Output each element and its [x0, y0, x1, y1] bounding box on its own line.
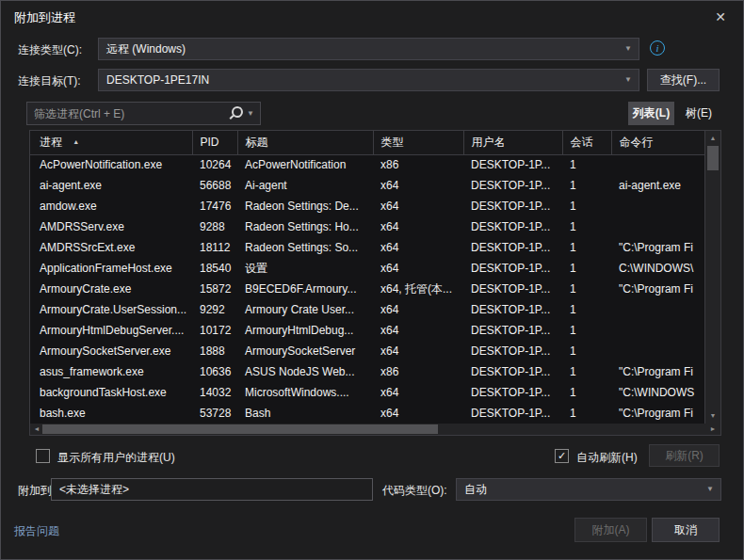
cell-process: asus_framework.exe [30, 361, 192, 382]
filter-process-box: ▼ [26, 102, 261, 125]
table-row[interactable]: amdow.exe17476Radeon Settings: De...x64D… [30, 196, 704, 216]
search-icon[interactable] [232, 106, 243, 118]
chevron-down-icon[interactable]: ▼ [247, 109, 254, 118]
connection-type-value: 远程 (Windows) [106, 41, 186, 57]
cell-type: x64 [373, 299, 463, 320]
cell-user: DESKTOP-1P... [463, 299, 562, 320]
table-row[interactable]: backgroundTaskHost.exe14032MicrosoftWind… [30, 382, 704, 403]
cell-user: DESKTOP-1P... [463, 237, 562, 258]
column-header-title[interactable]: 标题 [237, 131, 373, 154]
cell-pid: 10172 [192, 320, 237, 341]
cell-pid: 56688 [192, 175, 237, 196]
tree-view-button[interactable]: 树(E) [678, 102, 720, 125]
attach-to-value: <未选择进程> [59, 482, 129, 498]
scroll-right-icon[interactable]: ► [707, 424, 719, 435]
column-header-pid[interactable]: PID [192, 131, 237, 154]
chevron-down-icon: ▼ [624, 76, 632, 84]
cell-title: B9ECED6F.Armoury... [237, 279, 373, 299]
horizontal-scrollbar[interactable]: ◄ ► [30, 424, 720, 435]
cell-title: ArmouryHtmlDebug... [237, 320, 373, 341]
cell-cmdline [611, 216, 704, 237]
cell-title: 设置 [237, 258, 373, 279]
code-type-select[interactable]: 自动 ▼ [456, 478, 721, 501]
cell-type: x64 [373, 320, 463, 341]
table-row[interactable]: bash.exe53728Bashx64DESKTOP-1P...1"C:\Pr… [30, 403, 704, 424]
table-row[interactable]: AcPowerNotification.exe10264AcPowerNotif… [30, 154, 704, 175]
cell-cmdline: "C:\Program Fi [611, 237, 704, 258]
info-icon[interactable]: i [650, 40, 665, 56]
filter-input[interactable] [27, 107, 230, 120]
cell-process: ApplicationFrameHost.exe [30, 258, 192, 279]
connection-target-select[interactable]: DESKTOP-1PE17IN ▼ [98, 69, 639, 91]
attach-button[interactable]: 附加(A) [574, 518, 647, 542]
attach-to-label: 附加到: [18, 483, 55, 499]
cell-type: x64 [373, 403, 463, 424]
cell-user: DESKTOP-1P... [463, 320, 562, 341]
cell-session: 1 [562, 299, 611, 320]
cell-process: ArmourySocketServer.exe [30, 341, 192, 361]
column-header-process[interactable]: 进程 ▲ [30, 131, 192, 154]
cell-session: 1 [562, 382, 611, 403]
close-icon: ✕ [715, 9, 726, 24]
auto-refresh-checkbox[interactable]: ✓ [555, 449, 569, 463]
cell-cmdline: "C:\Program Fi [611, 279, 704, 299]
cell-pid: 9288 [192, 216, 237, 237]
cell-pid: 10636 [192, 361, 237, 382]
close-button[interactable]: ✕ [709, 6, 732, 28]
scroll-left-icon[interactable]: ◄ [31, 424, 42, 435]
code-type-label: 代码类型(O): [382, 483, 447, 499]
cell-cmdline [611, 341, 704, 361]
table-row[interactable]: ArmouryCrate.UserSession...9292Armoury C… [30, 299, 704, 320]
column-header-cmdline[interactable]: 命令行 [611, 131, 704, 154]
connection-type-label: 连接类型(C): [18, 42, 82, 58]
connection-type-select[interactable]: 远程 (Windows) ▼ [98, 38, 639, 60]
cell-title: AcPowerNotification [237, 154, 373, 175]
column-header-type[interactable]: 类型 [373, 131, 463, 154]
cancel-button[interactable]: 取消 [652, 518, 720, 542]
table-row[interactable]: asus_framework.exe10636ASUS NodeJS Web..… [30, 361, 704, 382]
show-all-users-checkbox[interactable]: ✓ [36, 449, 50, 463]
scroll-up-icon[interactable]: ▲ [705, 132, 720, 145]
table-row[interactable]: ai-agent.exe56688Ai-agentx64DESKTOP-1P..… [30, 175, 704, 196]
cell-pid: 53728 [192, 403, 237, 424]
report-problem-link[interactable]: 报告问题 [14, 523, 59, 539]
cell-type: x64 [373, 341, 463, 361]
cell-session: 1 [562, 403, 611, 424]
cell-cmdline [611, 196, 704, 216]
refresh-button[interactable]: 刷新(R) [649, 444, 720, 467]
cell-title: Bash [237, 403, 373, 424]
table-row[interactable]: ApplicationFrameHost.exe18540设置x64DESKTO… [30, 258, 704, 279]
code-type-value: 自动 [464, 482, 487, 498]
table-row[interactable]: AMDRSServ.exe9288Radeon Settings: Ho...x… [30, 216, 704, 237]
find-button[interactable]: 查找(F)... [647, 69, 720, 91]
table-row[interactable]: AMDRSSrcExt.exe18112Radeon Settings: So.… [30, 237, 704, 258]
cell-process: ArmouryHtmlDebugServer.... [30, 320, 192, 341]
cell-pid: 18112 [192, 237, 237, 258]
show-all-users-label: 显示所有用户的进程(U) [57, 450, 175, 466]
attach-to-field[interactable]: <未选择进程> [51, 478, 373, 501]
cell-session: 1 [562, 320, 611, 341]
connection-target-value: DESKTOP-1PE17IN [106, 73, 209, 87]
vertical-scrollbar-thumb[interactable] [707, 146, 719, 170]
table-row[interactable]: ArmourySocketServer.exe1888ArmourySocket… [30, 341, 704, 361]
cell-process: ArmouryCrate.exe [30, 279, 192, 299]
cell-title: Radeon Settings: So... [237, 237, 373, 258]
cell-title: Ai-agent [237, 175, 373, 196]
vertical-scrollbar[interactable]: ▲ ▼ [704, 131, 720, 424]
scroll-down-icon[interactable]: ▼ [705, 409, 720, 423]
cell-type: x64 [373, 382, 463, 403]
cell-user: DESKTOP-1P... [463, 382, 562, 403]
list-view-button[interactable]: 列表(L) [628, 102, 674, 125]
table-row[interactable]: ArmouryHtmlDebugServer....10172ArmouryHt… [30, 320, 704, 341]
table-row[interactable]: ArmouryCrate.exe15872B9ECED6F.Armoury...… [30, 279, 704, 299]
cell-cmdline [611, 299, 704, 320]
column-header-user[interactable]: 用户名 [463, 131, 562, 154]
cell-type: x64 [373, 237, 463, 258]
cell-process: bash.exe [30, 403, 192, 424]
column-header-session[interactable]: 会话 [562, 131, 611, 154]
cell-session: 1 [562, 237, 611, 258]
horizontal-scrollbar-thumb[interactable] [42, 424, 438, 434]
cell-user: DESKTOP-1P... [463, 175, 562, 196]
cell-cmdline [611, 320, 704, 341]
cell-title: Radeon Settings: De... [237, 196, 373, 216]
